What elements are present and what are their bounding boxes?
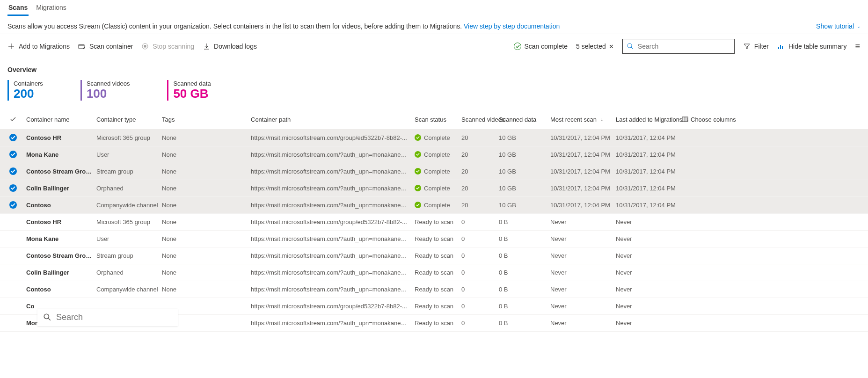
- cell-path: https://msit.microsoftstream.com/?auth_u…: [249, 151, 413, 158]
- row-checkbox[interactable]: [9, 235, 17, 242]
- choose-cols-label: Choose columns: [691, 116, 736, 123]
- cell-name: Contoso HR: [24, 134, 95, 141]
- search-icon: [43, 313, 51, 321]
- th-data[interactable]: Scanned data: [497, 116, 548, 123]
- row-checkbox[interactable]: [9, 252, 17, 259]
- more-button[interactable]: ≡: [855, 42, 861, 51]
- cell-type: Orphaned: [95, 269, 160, 276]
- cell-status: Complete: [413, 202, 460, 209]
- search-input[interactable]: [638, 43, 730, 50]
- th-select[interactable]: [2, 116, 24, 123]
- choose-columns-button[interactable]: Choose columns: [679, 116, 745, 123]
- cell-data: 0 B: [497, 235, 548, 242]
- table-body: Contoso HRMicrosoft 365 groupNonehttps:/…: [0, 130, 868, 332]
- cell-data: 10 GB: [497, 202, 548, 209]
- search-box[interactable]: [622, 39, 735, 54]
- th-type[interactable]: Container type: [95, 116, 160, 123]
- table-row[interactable]: ContosoCompanywide channelNonehttps://ms…: [0, 281, 868, 298]
- svg-rect-6: [782, 46, 783, 49]
- cell-data: 0 B: [497, 303, 548, 310]
- row-checkbox[interactable]: [9, 269, 17, 276]
- filter-button[interactable]: Filter: [743, 43, 769, 50]
- row-checkbox[interactable]: [9, 184, 17, 192]
- th-videos[interactable]: Scanned videos: [460, 116, 497, 123]
- floating-search[interactable]: [37, 309, 178, 326]
- cell-path: https://msit.microsoftstream.com/?auth_u…: [249, 202, 413, 209]
- cell-last: 10/31/2017, 12:04 PM: [614, 168, 679, 175]
- table-row[interactable]: Mona KaneUserNonehttps://msit.microsofts…: [0, 231, 868, 247]
- download-icon: [203, 43, 210, 50]
- table-row[interactable]: ContosoCompanywide channelNonehttps://ms…: [0, 197, 868, 214]
- row-checkbox[interactable]: [9, 285, 17, 293]
- cell-data: 0 B: [497, 218, 548, 225]
- cell-videos: 20: [460, 134, 497, 141]
- cell-tags: None: [160, 202, 249, 209]
- selection-count: 5 selected ✕: [576, 43, 614, 50]
- overview-title: Overview: [0, 58, 868, 77]
- infobar-desc: Scans allow you access Stream (Classic) …: [7, 22, 464, 30]
- add-to-migrations-button[interactable]: Add to Migrations: [7, 43, 70, 50]
- cell-recent: Never: [548, 286, 614, 293]
- cell-tags: None: [160, 286, 249, 293]
- cell-recent: Never: [548, 303, 614, 310]
- row-checkbox[interactable]: [9, 319, 17, 327]
- stat-containers: Containers 200: [7, 80, 43, 101]
- row-checkbox[interactable]: [9, 218, 17, 225]
- cell-status: Ready to scan: [413, 320, 460, 327]
- cell-status: Complete: [413, 185, 460, 192]
- cell-last: Never: [614, 269, 679, 276]
- checkmark-icon: [9, 116, 17, 123]
- table-row[interactable]: Contoso Stream GroupStream groupNonehttp…: [0, 247, 868, 264]
- cell-tags: None: [160, 269, 249, 276]
- th-status[interactable]: Scan status: [413, 116, 460, 123]
- cell-tags: None: [160, 168, 249, 175]
- cell-path: https://msit.microsoftstream.com/?auth_u…: [249, 286, 413, 293]
- download-logs-button[interactable]: Download logs: [203, 43, 257, 50]
- checkmark-circle-icon: [514, 43, 521, 50]
- table-row[interactable]: Contoso Stream GroupStream groupNonehttp…: [0, 163, 868, 180]
- show-tutorial-link[interactable]: Show tutorial ⌄: [816, 22, 861, 30]
- th-path[interactable]: Container path: [249, 116, 413, 123]
- th-name[interactable]: Container name: [24, 116, 95, 123]
- table-row[interactable]: Colin BallingerOrphanedNonehttps://msit.…: [0, 264, 868, 281]
- scan-container-button[interactable]: Scan container: [78, 43, 133, 50]
- cell-data: 10 GB: [497, 134, 548, 141]
- cell-path: https://msit.microsoftstream.com/group/e…: [249, 134, 413, 141]
- success-icon: [415, 134, 421, 141]
- table-row[interactable]: Colin BallingerOrphanedNonehttps://msit.…: [0, 180, 868, 197]
- add-label: Add to Migrations: [19, 43, 70, 50]
- table-row[interactable]: Mona KaneUserNonehttps://msit.microsofts…: [0, 146, 868, 163]
- hide-summary-button[interactable]: Hide table summary: [777, 43, 847, 50]
- cell-type: Microsoft 365 group: [95, 218, 160, 225]
- stats: Containers 200 Scanned videos 100 Scanne…: [0, 77, 868, 110]
- cell-data: 0 B: [497, 252, 548, 259]
- cell-last: Never: [614, 235, 679, 242]
- row-checkbox[interactable]: [9, 201, 17, 209]
- cell-last: 10/31/2017, 12:04 PM: [614, 202, 679, 209]
- cell-path: https://msit.microsoftstream.com/?auth_u…: [249, 235, 413, 242]
- th-last[interactable]: Last added to Migrations: [614, 116, 679, 123]
- cell-name: Contoso: [24, 202, 95, 209]
- scan-status: Scan complete: [514, 43, 568, 50]
- stop-label: Stop scanning: [153, 43, 194, 50]
- tab-migrations[interactable]: Migrations: [35, 0, 67, 16]
- stat-videos-value: 100: [87, 87, 130, 101]
- th-recent[interactable]: Most recent scan: [548, 116, 614, 123]
- doc-link[interactable]: View step by step documentation: [464, 22, 560, 30]
- cell-status: Complete: [413, 134, 460, 141]
- row-checkbox[interactable]: [9, 167, 17, 175]
- cell-recent: 10/31/2017, 12:04 PM: [548, 185, 614, 192]
- stat-containers-value: 200: [14, 87, 43, 101]
- th-tags[interactable]: Tags: [160, 116, 249, 123]
- table-row[interactable]: Contoso HRMicrosoft 365 groupNonehttps:/…: [0, 214, 868, 231]
- cell-data: 10 GB: [497, 185, 548, 192]
- row-checkbox[interactable]: [9, 134, 17, 141]
- cell-name: Colin Ballinger: [24, 269, 95, 276]
- floating-search-input[interactable]: [56, 313, 172, 322]
- row-checkbox[interactable]: [9, 302, 17, 310]
- table-row[interactable]: Contoso HRMicrosoft 365 groupNonehttps:/…: [0, 130, 868, 146]
- tab-scans[interactable]: Scans: [7, 0, 29, 16]
- cell-name: Colin Ballinger: [24, 185, 95, 192]
- clear-selection-button[interactable]: ✕: [609, 43, 614, 50]
- row-checkbox[interactable]: [9, 151, 17, 158]
